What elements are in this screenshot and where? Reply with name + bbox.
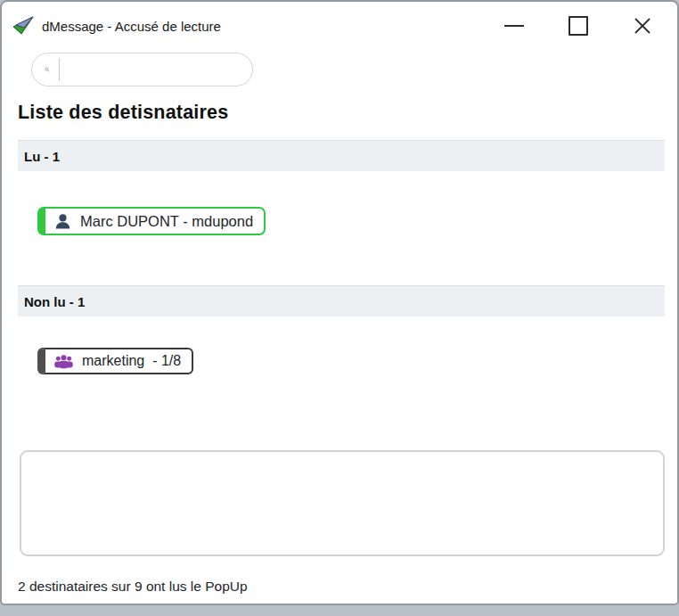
paper-plane-icon	[12, 15, 34, 37]
status-text: 2 destinataires sur 9 ont lus le PopUp	[18, 579, 248, 595]
maximize-button[interactable]	[558, 11, 599, 41]
app-window: dMessage - Accusé de lecture Liste de	[0, 0, 679, 605]
window-controls	[494, 11, 663, 41]
search-icon	[45, 61, 50, 78]
users-group-icon	[53, 353, 74, 370]
recipient-label: Marc DUPONT - mdupond	[80, 213, 253, 230]
section-label-read: Lu - 1	[24, 149, 60, 164]
recipient-item-unread[interactable]: marketing - 1/8	[37, 348, 193, 374]
page-title: Liste des detisnataires	[18, 102, 228, 124]
section-header-unread: Non lu - 1	[18, 285, 665, 316]
close-button[interactable]	[622, 11, 663, 41]
window-title: dMessage - Accusé de lecture	[42, 19, 221, 34]
recipient-label: marketing - 1/8	[82, 353, 181, 369]
search-input[interactable]	[68, 57, 252, 82]
section-label-unread: Non lu - 1	[24, 294, 85, 309]
minimize-icon	[504, 25, 524, 28]
close-icon	[633, 16, 652, 36]
user-icon	[53, 212, 72, 231]
recipient-item-read[interactable]: Marc DUPONT - mdupond	[37, 207, 266, 235]
minimize-button[interactable]	[494, 11, 535, 41]
comment-box[interactable]	[20, 450, 665, 556]
titlebar[interactable]: dMessage - Accusé de lecture	[12, 11, 668, 41]
maximize-icon	[569, 16, 588, 36]
search-box[interactable]	[31, 53, 253, 86]
section-header-read: Lu - 1	[18, 140, 665, 171]
